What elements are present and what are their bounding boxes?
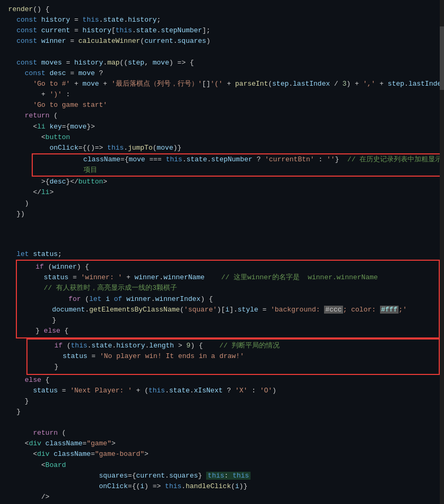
draw-block: if (this.state.history.length > 9) { // …	[26, 338, 440, 374]
code-content: render() { const history = this.state.hi…	[0, 4, 444, 230]
code-else-section: else { status = 'Next Player: ' + (this.…	[0, 375, 444, 505]
scrollbar-thumb[interactable]	[440, 26, 444, 90]
code-editor: render() { const history = this.state.hi…	[0, 0, 444, 504]
scrollbar[interactable]	[440, 0, 444, 504]
code-status-section: let status;	[0, 249, 444, 260]
winner-block: if (winner) { status = 'winner: ' + winn…	[16, 260, 440, 338]
